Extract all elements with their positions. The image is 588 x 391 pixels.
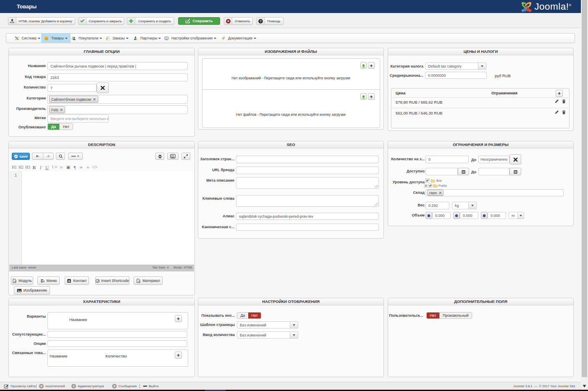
svg-text:?: ? — [260, 19, 262, 23]
